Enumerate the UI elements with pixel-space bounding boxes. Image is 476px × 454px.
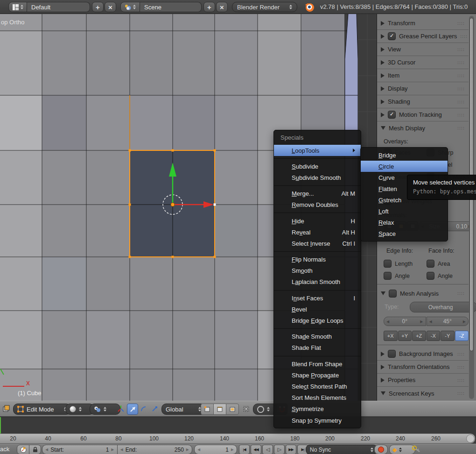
slider-left-arrow-icon[interactable]	[197, 447, 200, 452]
analysis-type-dropdown[interactable]: Overhang	[410, 302, 476, 312]
axis-minus-y-button[interactable]: -Y	[441, 331, 455, 341]
menu-item-hide[interactable]: HideH	[274, 215, 361, 227]
menu-item-flip-normals[interactable]: Flip Normals	[274, 254, 361, 265]
slider-left-arrow-icon[interactable]	[429, 319, 432, 324]
panel-grip-icon[interactable]	[457, 86, 465, 91]
menu-item-select-inverse[interactable]: Select InverseCtrl I	[274, 238, 361, 249]
next-keyframe-button[interactable]: ▶▶	[286, 445, 296, 454]
grease-pencil-checkbox[interactable]	[388, 32, 396, 40]
manipulator-toggle-button[interactable]	[116, 404, 126, 414]
axis-plus-z-button[interactable]: +Z	[412, 331, 426, 341]
menu-item-merge[interactable]: Merge...Alt M	[274, 188, 361, 199]
active-vertex[interactable]	[214, 204, 216, 206]
panel-grip-icon[interactable]	[457, 21, 465, 26]
current-frame-field[interactable]: 1	[194, 445, 237, 454]
panel-grip-icon[interactable]	[460, 34, 468, 39]
translate-manipulator-button[interactable]	[127, 404, 138, 415]
vertex-select-button[interactable]	[201, 404, 214, 415]
panel-display[interactable]: Display	[377, 82, 469, 95]
panel-mesh-analysis[interactable]: Mesh Analysis	[377, 287, 469, 300]
menu-item-remove-doubles[interactable]: Remove Doubles	[274, 199, 361, 211]
panel-grip-icon[interactable]	[457, 291, 465, 296]
panel-motion-tracking[interactable]: Motion Tracking	[377, 108, 469, 121]
edge-length-checkbox[interactable]	[384, 260, 392, 268]
time-display-button[interactable]	[17, 445, 29, 454]
menu-item-shape-propagate[interactable]: Shape Propagate	[274, 369, 361, 381]
slider-right-arrow-icon[interactable]	[420, 319, 423, 324]
panel-background-images[interactable]: Background Images	[377, 348, 469, 361]
panel-3d-cursor[interactable]: 3D Cursor	[377, 56, 469, 69]
panel-grip-icon[interactable]	[457, 391, 465, 396]
jump-to-start-button[interactable]: |◀	[239, 445, 250, 454]
menu-item-sort-mesh-elements[interactable]: Sort Mesh Elements	[274, 392, 361, 404]
axis-plus-y-button[interactable]: +Y	[398, 331, 412, 341]
scale-manipulator-button[interactable]	[149, 404, 160, 414]
menu-item-subdivide[interactable]: Subdivide	[274, 161, 361, 172]
slider-right-arrow-icon[interactable]	[186, 447, 189, 452]
face-select-button[interactable]	[226, 404, 239, 415]
panel-grip-icon[interactable]	[457, 365, 465, 369]
previous-keyframe-button[interactable]: ◀◀	[251, 445, 261, 454]
menu-item-shade-flat[interactable]: Shade Flat	[274, 342, 361, 354]
menu-item-snap-to-symmetry[interactable]: Snap to Symmetry	[274, 415, 361, 426]
menu-item-select-shortest-path[interactable]: Select Shortest Path	[274, 381, 361, 392]
timeline-ruler[interactable]: 20 40 60 80 100 120 140 160 180 200 220 …	[0, 433, 475, 444]
lock-frame-range-button[interactable]	[29, 445, 41, 454]
face-area-row[interactable]: Area	[427, 260, 450, 268]
panel-transform-orientations[interactable]: Transform Orientations	[377, 361, 469, 374]
submenu-item-space[interactable]: Space	[361, 228, 448, 239]
axis-minus-z-button[interactable]: -Z	[455, 331, 469, 341]
panel-item[interactable]: Item	[377, 69, 469, 82]
record-button[interactable]	[374, 445, 388, 454]
axis-plus-x-button[interactable]: +X	[384, 331, 398, 341]
motion-tracking-checkbox[interactable]	[388, 111, 396, 119]
slider-right-arrow-icon[interactable]	[463, 319, 466, 324]
overhang-min-slider[interactable]: 0°	[384, 317, 426, 326]
panel-mesh-display[interactable]: Mesh Display	[377, 121, 469, 135]
transform-orientation-dropdown[interactable]: Global	[161, 404, 205, 415]
mesh-analysis-checkbox[interactable]	[389, 290, 397, 298]
edge-angle-checkbox[interactable]	[384, 272, 392, 280]
menu-item-reveal[interactable]: RevealAlt H	[274, 227, 361, 238]
submenu-item-relax[interactable]: Relax	[361, 217, 448, 228]
menu-item-inset-faces[interactable]: Inset FacesI	[274, 292, 361, 304]
slider-right-arrow-icon[interactable]	[111, 447, 114, 452]
menu-item-blend-from-shape[interactable]: Blend From Shape	[274, 358, 361, 369]
menu-item-laplacian-smooth[interactable]: Laplacian Smooth	[274, 277, 361, 288]
scene-browse-button[interactable]	[120, 2, 140, 12]
panel-grip-icon[interactable]	[457, 378, 465, 383]
start-frame-field[interactable]: Start: 1	[42, 445, 118, 454]
scrollbar-end-cap[interactable]	[466, 434, 475, 443]
face-angle-row[interactable]: Angle	[427, 272, 453, 280]
submenu-item-bridge[interactable]: Bridge	[361, 149, 448, 161]
panel-grip-icon[interactable]	[457, 73, 465, 78]
submenu-item-circle[interactable]: Circle	[361, 161, 448, 172]
sync-mode-dropdown[interactable]: No Sync	[306, 445, 378, 454]
insert-keyframe-button[interactable]	[412, 445, 421, 454]
panel-grip-icon[interactable]	[457, 99, 465, 104]
menu-item-smooth[interactable]: Smooth	[274, 265, 361, 277]
slider-left-arrow-icon[interactable]	[386, 319, 389, 324]
menu-item-bevel[interactable]: Bevel	[274, 304, 361, 315]
slider-left-arrow-icon[interactable]	[45, 447, 48, 452]
axis-minus-x-button[interactable]: -X	[427, 331, 441, 341]
screen-layout-name-field[interactable]: Default	[27, 2, 90, 12]
overhang-max-slider[interactable]: 45°	[427, 317, 469, 326]
play-button[interactable]: ▷	[274, 445, 285, 454]
add-layout-button[interactable]: +	[92, 2, 104, 12]
edge-angle-row[interactable]: Angle	[384, 272, 410, 280]
close-layout-button[interactable]: ×	[105, 2, 116, 12]
panel-view[interactable]: View	[377, 43, 469, 56]
mode-dropdown[interactable]: Edit Mode	[13, 404, 71, 415]
menu-item-shade-smooth[interactable]: Shade Smooth	[274, 331, 361, 342]
render-engine-dropdown[interactable]: Blender Render	[232, 2, 297, 12]
scene-name-field[interactable]: Scene	[140, 2, 202, 12]
panel-grip-icon[interactable]	[457, 352, 465, 356]
current-frame-line[interactable]	[0, 417, 1, 434]
slider-right-arrow-icon[interactable]	[231, 447, 234, 452]
panel-grease-pencil[interactable]: Grease Pencil Layers	[377, 30, 469, 43]
panel-grip-icon[interactable]	[457, 60, 465, 65]
panel-grip-icon[interactable]	[457, 113, 465, 117]
menu-item-looptools[interactable]: LoopTools	[274, 145, 361, 156]
playback-menu-partial[interactable]: ack	[0, 446, 9, 453]
